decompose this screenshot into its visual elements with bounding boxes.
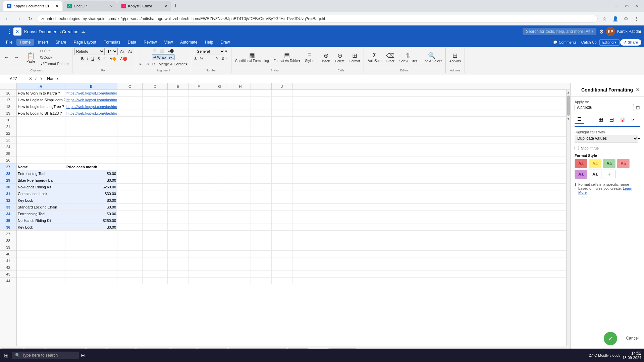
cell-empty-25-2[interactable] [168,150,189,157]
cell-empty-44-4[interactable] [209,278,230,284]
cell-empty-19-1[interactable] [143,110,168,116]
row-num-33[interactable]: 33 [0,204,16,210]
cell-b38[interactable] [65,237,117,244]
cell-empty-19-5[interactable] [230,110,251,116]
cell-empty-38-0[interactable] [117,237,143,244]
cell-empty-20-3[interactable] [189,117,209,123]
cell-empty-35-5[interactable] [230,217,251,224]
cell-empty-44-2[interactable] [168,278,189,284]
cell-empty-43-0[interactable] [117,271,143,277]
cell-empty-43-7[interactable] [272,271,292,277]
row-num-24[interactable]: 24 [0,143,16,150]
cell-empty-31-3[interactable] [189,190,209,197]
col-header-j[interactable]: J [272,83,292,89]
cell-empty-33-5[interactable] [230,204,251,210]
cell-empty-35-1[interactable] [143,217,168,224]
cf-done-button[interactable]: ✓ [604,332,617,345]
cell-empty-36-1[interactable] [143,224,168,230]
cell-empty-26-6[interactable] [251,157,272,163]
cell-empty-37-0[interactable] [117,231,143,237]
cell-empty-41-0[interactable] [117,257,143,264]
cf-style-add[interactable]: + [603,170,615,179]
cell-empty-39-0[interactable] [117,244,143,250]
cell-empty-26-1[interactable] [143,157,168,163]
cell-empty-38-5[interactable] [230,237,251,244]
scrollbar-thumb[interactable] [567,96,570,116]
cell-a40[interactable] [17,251,65,257]
cell-b35[interactable]: $250.00 [65,217,117,224]
cell-empty-35-7[interactable] [272,217,292,224]
cell-empty-39-6[interactable] [251,244,272,250]
tab-close-editor[interactable]: ✕ [164,4,167,8]
row-num-42[interactable]: 42 [0,264,16,271]
cell-empty-40-4[interactable] [209,251,230,257]
cell-empty-17-2[interactable] [168,97,189,103]
cell-empty-36-5[interactable] [230,224,251,230]
increase-font-button[interactable]: A↑ [119,48,126,54]
settings-icon-btn[interactable]: ⚙ [599,28,604,35]
merge-center-button[interactable]: Merge & Center ▾ [157,61,189,67]
cell-empty-39-2[interactable] [168,244,189,250]
cell-empty-44-7[interactable] [272,278,292,284]
cell-empty-33-2[interactable] [168,204,189,210]
cell-empty-17-0[interactable] [117,97,143,103]
cell-empty-34-6[interactable] [251,210,272,217]
row-num-23[interactable]: 23 [0,137,16,143]
row-num-28[interactable]: 28 [0,170,16,177]
start-button[interactable]: ⊞ [3,351,10,360]
cell-empty-35-2[interactable] [168,217,189,224]
cell-empty-34-3[interactable] [189,210,209,217]
close-button[interactable]: ✕ [632,2,641,10]
app-grid-icon[interactable]: ⋮⋮ [3,27,11,36]
cell-empty-18-0[interactable] [117,103,143,110]
cancel-formula-icon[interactable]: ✕ [29,76,32,81]
cell-empty-33-7[interactable] [272,204,292,210]
underline-button[interactable]: U [90,56,96,62]
cell-b29[interactable]: $0.00 [65,177,117,183]
cell-empty-28-6[interactable] [251,170,272,177]
cell-empty-38-7[interactable] [272,237,292,244]
cell-empty-38-2[interactable] [168,237,189,244]
cell-empty-40-3[interactable] [189,251,209,257]
cell-a39[interactable] [17,244,65,250]
cell-b33[interactable]: $0.00 [65,204,117,210]
cell-b18[interactable]: https://web.kopyst.com/dashboard/editor/… [65,103,117,110]
cell-empty-37-4[interactable] [209,231,230,237]
cell-b32[interactable]: $0.00 [65,197,117,203]
cell-b44[interactable] [65,278,117,284]
row-num-43[interactable]: 43 [0,271,16,278]
cell-empty-18-3[interactable] [189,103,209,110]
row-num-18[interactable]: 18 [0,103,16,110]
cell-empty-24-2[interactable] [168,143,189,150]
grid-scroll[interactable]: 1617181920212223242526272829303132333435… [0,90,570,346]
cell-empty-42-3[interactable] [189,264,209,270]
cell-empty-33-6[interactable] [251,204,272,210]
cell-empty-23-7[interactable] [272,137,292,143]
cell-empty-31-0[interactable] [117,190,143,197]
cell-empty-31-4[interactable] [209,190,230,197]
cell-empty-16-0[interactable] [117,90,143,96]
cf-range-select-icon[interactable]: ⊡ [636,105,640,110]
cell-empty-28-4[interactable] [209,170,230,177]
cell-b16[interactable]: https://web.kopyst.com/dashboard/editor/… [65,90,117,96]
cell-empty-44-0[interactable] [117,278,143,284]
undo-button[interactable]: ↩ [3,55,13,60]
insert-function-icon[interactable]: fx [40,76,43,81]
cell-empty-28-2[interactable] [168,170,189,177]
cell-empty-21-4[interactable] [209,123,230,130]
cell-empty-22-0[interactable] [117,130,143,136]
cell-empty-33-3[interactable] [189,204,209,210]
cell-empty-40-0[interactable] [117,251,143,257]
cell-empty-34-5[interactable] [230,210,251,217]
menu-page-layout[interactable]: Page Layout [70,39,99,46]
cell-empty-25-0[interactable] [117,150,143,157]
delete-button[interactable]: ⊖ Delete [333,51,346,64]
copy-button[interactable]: ⧉Copy [39,54,70,60]
cell-empty-28-1[interactable] [143,170,168,177]
cell-empty-22-3[interactable] [189,130,209,136]
cf-style-4[interactable]: Aa [617,159,630,168]
row-num-41[interactable]: 41 [0,257,16,264]
cell-a31[interactable]: Combination Lock [17,190,65,197]
cell-empty-37-1[interactable] [143,231,168,237]
cell-empty-25-7[interactable] [272,150,292,157]
